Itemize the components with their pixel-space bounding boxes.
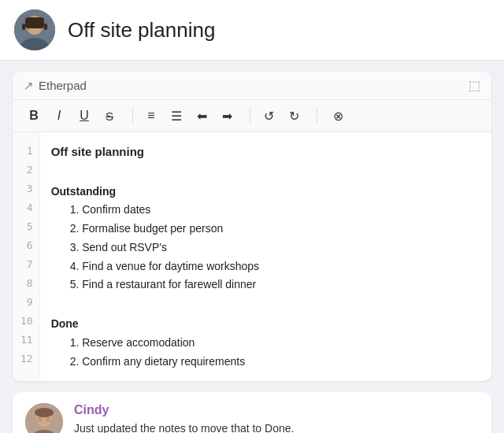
list-format-group: ≡ ☰ ⬅ ➡ [139,105,239,127]
line-number-7: 7 [20,255,33,274]
text-format-group: B I U S [22,105,121,127]
toolbar-separator-3 [317,108,317,124]
comment-section: Cindy Just updated the notes to move tha… [13,392,491,433]
list-item-done-2: 2. Confirm any dietary requirements [51,353,480,372]
svg-rect-7 [44,24,47,30]
line-number-12: 12 [20,350,33,368]
etherpad-card: ↗ Etherpad ⬚ B I U S ≡ ☰ ⬅ ➡ ↺ ↻ [13,72,491,381]
list-item-3: 3. Send out RSVP's [51,239,480,257]
etherpad-topbar: ↗ Etherpad ⬚ [13,72,491,100]
comment-body: Cindy Just updated the notes to move tha… [74,403,479,433]
editor-toolbar: B I U S ≡ ☰ ⬅ ➡ ↺ ↻ ⊗ [13,100,491,132]
line-number-2: 2 [20,161,33,179]
external-link-icon[interactable]: ⬚ [469,78,480,93]
doc-title: Off site planning [51,142,480,162]
undo-button[interactable]: ↺ [257,105,280,127]
italic-button[interactable]: I [47,105,71,127]
svg-rect-5 [25,17,44,28]
line-numbers: 1 2 3 4 5 6 7 8 9 10 11 12 [13,132,40,381]
line-number-1: 1 [20,142,33,161]
line-number-9: 9 [20,293,33,312]
view-group: ⊗ [324,105,352,127]
indent-right-button[interactable]: ➡ [215,105,239,127]
bold-button[interactable]: B [22,105,46,127]
line-number-11: 11 [20,331,33,350]
empty-line-2 [51,162,480,181]
line-number-8: 8 [20,274,33,293]
header: Off site planning [0,0,504,61]
svg-point-13 [35,408,54,417]
line-number-4: 4 [20,198,33,217]
empty-line-9 [51,294,480,313]
comment-author: Cindy [74,403,479,417]
comment-text: Just updated the notes to move that to D… [74,420,479,433]
editor-content[interactable]: Off site planning Outstanding 1. Confirm… [40,132,491,381]
list-item-4: 4. Find a venue for daytime workshops [51,257,480,276]
indent-left-button[interactable]: ⬅ [190,105,213,127]
list-ordered-button[interactable]: ≡ [139,105,163,127]
etherpad-label: Etherpad [39,79,87,92]
eye-button[interactable]: ⊗ [324,105,352,127]
etherpad-topbar-left: ↗ Etherpad [24,79,87,93]
history-group: ↺ ↻ [257,105,306,127]
done-heading: Done [51,315,480,334]
list-item-2: 2. Formalise budget per person [51,220,480,239]
expand-icon[interactable]: ↗ [24,79,34,93]
toolbar-separator-1 [132,108,133,124]
list-unordered-button[interactable]: ☰ [165,105,188,127]
line-number-3: 3 [20,179,33,198]
editor-body: 1 2 3 4 5 6 7 8 9 10 11 12 Off site plan… [13,132,491,381]
line-number-5: 5 [20,217,33,236]
line-number-10: 10 [20,312,33,331]
redo-button[interactable]: ↻ [282,105,306,127]
underline-button[interactable]: U [72,105,96,127]
main-content: ↗ Etherpad ⬚ B I U S ≡ ☰ ⬅ ➡ ↺ ↻ [0,61,504,433]
list-item-1: 1. Confirm dates [51,201,480,220]
page-title: Off site planning [68,18,215,43]
toolbar-separator-2 [250,108,250,124]
header-avatar [14,9,55,50]
line-number-6: 6 [20,236,33,255]
svg-rect-6 [22,24,25,30]
strikethrough-button[interactable]: S [98,105,121,127]
comment-avatar [25,403,63,433]
list-item-done-1: 1. Reserve accomodation [51,334,480,353]
outstanding-heading: Outstanding [51,183,480,202]
list-item-5: 5. Find a restaurant for farewell dinner [51,276,480,294]
